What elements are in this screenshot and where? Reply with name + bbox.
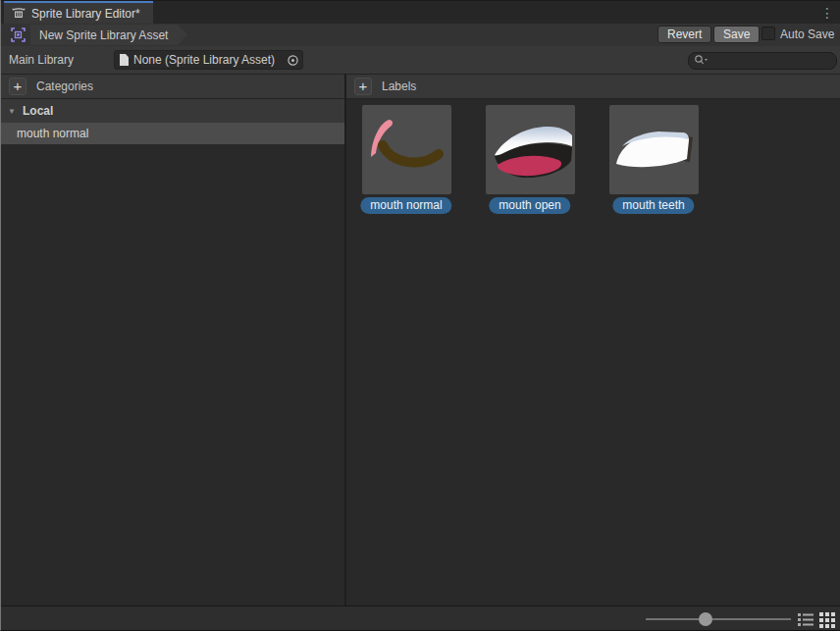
kebab-menu-icon[interactable]: ⋮ [819,4,835,22]
bottom-bar [1,605,840,631]
sprite-thumbnail-mouth-open[interactable] [486,105,575,194]
asset-file-icon [120,54,129,66]
auto-save-checkbox[interactable] [761,26,775,40]
categories-panel-header: + Categories [1,75,344,99]
zoom-slider-knob[interactable] [699,612,712,626]
category-item-label: mouth normal [17,127,88,140]
grid-view-button[interactable] [818,610,836,628]
add-label-button[interactable]: + [354,78,372,95]
add-category-button[interactable]: + [9,78,26,95]
sprite-label-badge-mouth-teeth[interactable]: mouth teeth [612,197,694,214]
labels-grid: mouth normal mouth open mouth teeth [346,99,840,605]
search-icon [694,54,709,69]
tab-bar: Sprite Library Editor* ⋮ [1,0,840,24]
categories-list: ▼ Local mouth normal [1,99,344,605]
revert-button[interactable]: Revert [657,26,711,43]
breadcrumb-label: New Sprite Library Asset [39,28,168,42]
list-view-button[interactable] [797,610,814,628]
tab-title: Sprite Library Editor* [31,7,140,21]
category-group-local[interactable]: ▼ Local [1,99,344,123]
sprite-label-badge-mouth-open[interactable]: mouth open [489,197,570,214]
object-field-value: None (Sprite Library Asset) [133,53,283,67]
breadcrumb[interactable]: New Sprite Library Asset [30,25,187,45]
save-button[interactable]: Save [713,26,760,43]
sprite-library-editor-icon [12,6,26,23]
main-library-object-field[interactable]: None (Sprite Library Asset) [114,50,303,70]
zoom-slider[interactable] [646,606,791,631]
object-picker-button[interactable] [283,51,302,69]
toolbar: New Sprite Library Asset Revert Save Aut… [1,24,840,46]
tab-sprite-library-editor[interactable]: Sprite Library Editor* [4,1,153,25]
zoom-slider-track[interactable] [646,618,791,620]
main-library-label: Main Library [9,53,74,67]
foldout-arrow-icon: ▼ [1,107,23,116]
category-group-label: Local [23,104,53,118]
sprite-thumbnail-mouth-normal[interactable] [362,105,451,194]
sprite-library-asset-icon [10,26,26,43]
sprite-library-editor-window: Sprite Library Editor* ⋮ New Sprite Libr… [0,0,840,631]
auto-save-label: Auto Save [780,27,834,41]
sprite-thumbnail-mouth-teeth[interactable] [609,105,699,194]
category-item-mouth-normal[interactable]: mouth normal [1,123,344,144]
labels-panel-title: Labels [382,79,416,93]
search-field[interactable] [688,52,837,70]
sprite-label-badge-mouth-normal[interactable]: mouth normal [360,197,451,214]
main-library-row: Main Library None (Sprite Library Asset) [1,46,840,74]
labels-panel-header: + Labels [346,75,840,99]
search-input[interactable] [709,54,824,68]
categories-panel-title: Categories [36,79,93,93]
